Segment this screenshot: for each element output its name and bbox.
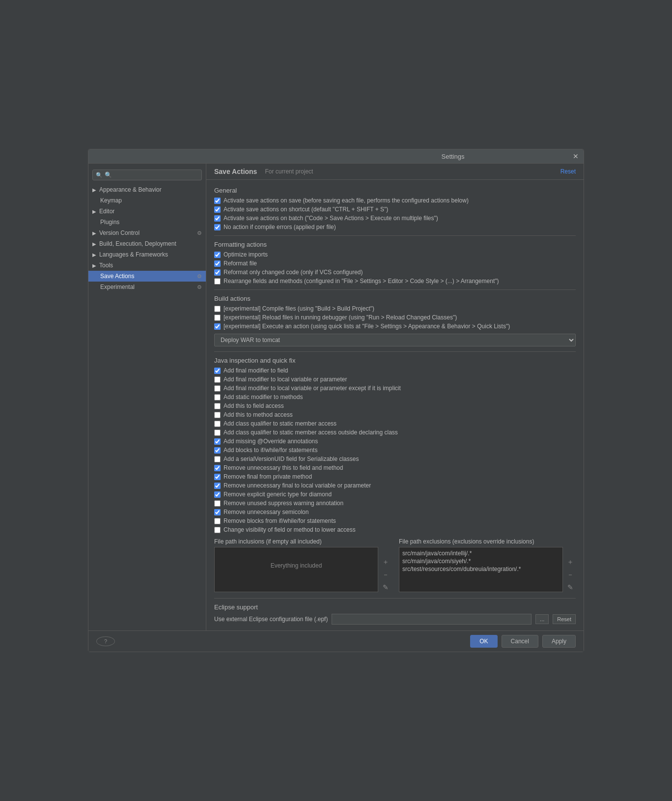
eclipse-reset-button[interactable]: Reset: [553, 614, 576, 624]
edit-exclusion-button[interactable]: ✎: [565, 582, 576, 592]
add-static-checkbox[interactable]: [214, 394, 221, 400]
add-this-method-checkbox[interactable]: [214, 412, 221, 418]
add-final-field-label[interactable]: Add final modifier to field: [224, 367, 288, 374]
add-inclusion-button[interactable]: ＋: [380, 557, 391, 568]
remove-blocks-label[interactable]: Remove blocks from if/while/for statemen…: [224, 517, 336, 524]
sidebar-item-label: Tools: [99, 262, 113, 269]
add-class-qualifier-checkbox[interactable]: [214, 421, 221, 427]
reset-button[interactable]: Reset: [560, 168, 576, 175]
checkbox-activate-save: Activate save actions on save (before sa…: [214, 197, 576, 204]
sidebar-item-keymap[interactable]: Keymap: [88, 195, 206, 206]
ok-button[interactable]: OK: [470, 635, 497, 648]
activate-batch-label[interactable]: Activate save actions on batch ("Code > …: [224, 215, 438, 222]
content-header: Save Actions For current project Reset: [206, 164, 584, 180]
search-box[interactable]: 🔍: [92, 170, 202, 180]
checkbox-optimize-imports: Optimize imports: [214, 251, 576, 258]
remove-unnecessary-semicolon-label[interactable]: Remove unnecessary semicolon: [224, 509, 308, 515]
cancel-button[interactable]: Cancel: [502, 635, 538, 648]
checkbox-activate-batch: Activate save actions on batch ("Code > …: [214, 215, 576, 222]
add-blocks-label[interactable]: Add blocks to if/while/for statements: [224, 447, 317, 454]
add-class-qualifier-outside-label[interactable]: Add class qualifier to static member acc…: [224, 429, 398, 436]
checkbox-reload-files: [experimental] Reload files in running d…: [214, 314, 576, 321]
file-exclusions-items: src/main/java/com/intellij/.* src/main/j…: [399, 547, 562, 575]
activate-shortcut-checkbox[interactable]: [214, 206, 221, 213]
reformat-file-checkbox[interactable]: [214, 260, 221, 267]
add-override-checkbox[interactable]: [214, 438, 221, 445]
remove-final-private-label[interactable]: Remove final from private method: [224, 473, 312, 480]
remove-unnecessary-final-checkbox[interactable]: [214, 483, 221, 489]
reformat-changed-checkbox[interactable]: [214, 269, 221, 276]
sidebar-item-tools[interactable]: ▶ Tools: [88, 260, 206, 271]
execute-action-checkbox[interactable]: [214, 323, 221, 330]
remove-unused-suppress-label[interactable]: Remove unused suppress warning annotatio…: [224, 500, 343, 507]
add-blocks-checkbox[interactable]: [214, 447, 221, 454]
activate-save-checkbox[interactable]: [214, 198, 221, 204]
compile-files-checkbox[interactable]: [214, 306, 221, 312]
apply-button[interactable]: Apply: [542, 635, 576, 648]
remove-unnecessary-this-label[interactable]: Remove unnecessary this to field and met…: [224, 464, 343, 471]
add-class-qualifier-label[interactable]: Add class qualifier to static member acc…: [224, 420, 336, 427]
sidebar-item-build[interactable]: ▶ Build, Execution, Deployment: [88, 238, 206, 249]
sidebar-item-plugins[interactable]: Plugins: [88, 217, 206, 228]
add-this-field-checkbox[interactable]: [214, 403, 221, 409]
reformat-file-label[interactable]: Reformat file: [224, 260, 257, 267]
remove-unnecessary-semicolon-checkbox[interactable]: [214, 509, 221, 515]
add-class-qualifier-outside-checkbox[interactable]: [214, 429, 221, 436]
remove-unused-suppress-checkbox[interactable]: [214, 500, 221, 507]
add-final-local-label[interactable]: Add final modifier to local variable or …: [224, 376, 347, 383]
activate-save-label[interactable]: Activate save actions on save (before sa…: [224, 197, 469, 204]
reload-files-label[interactable]: [experimental] Reload files in running d…: [224, 314, 457, 321]
eclipse-browse-button[interactable]: ...: [535, 614, 549, 624]
cb-add-this-method: Add this to method access: [214, 411, 576, 418]
remove-explicit-generic-label[interactable]: Remove explicit generic type for diamond: [224, 491, 332, 498]
sidebar-item-editor[interactable]: ▶ Editor: [88, 206, 206, 217]
remove-final-private-checkbox[interactable]: [214, 474, 221, 480]
remove-explicit-generic-checkbox[interactable]: [214, 491, 221, 498]
sidebar-item-version-control[interactable]: ▶ Version Control ⚙: [88, 228, 206, 238]
close-button[interactable]: ✕: [573, 152, 579, 160]
remove-exclusion-button[interactable]: －: [565, 570, 576, 580]
remove-inclusion-button[interactable]: －: [380, 570, 391, 580]
help-button[interactable]: ?: [96, 636, 115, 646]
add-serial-checkbox[interactable]: [214, 456, 221, 462]
execute-action-label[interactable]: [experimental] Execute an action (using …: [224, 323, 510, 330]
add-override-label[interactable]: Add missing @Override annotations: [224, 438, 318, 445]
file-paths-section: File path inclusions (if empty all inclu…: [214, 538, 576, 592]
add-final-local-except-checkbox[interactable]: [214, 385, 221, 392]
remove-blocks-checkbox[interactable]: [214, 518, 221, 524]
rearrange-fields-label[interactable]: Rearrange fields and methods (configured…: [224, 278, 499, 285]
optimize-imports-checkbox[interactable]: [214, 252, 221, 258]
activate-shortcut-label[interactable]: Activate save actions on shortcut (defau…: [224, 206, 388, 213]
sidebar-item-experimental[interactable]: Experimental ⚙: [88, 282, 206, 292]
eclipse-row: Use external Eclipse configuration file …: [214, 614, 576, 625]
compile-files-label[interactable]: [experimental] Compile files (using "Bui…: [224, 305, 374, 312]
search-input[interactable]: [105, 172, 198, 178]
change-visibility-checkbox[interactable]: [214, 527, 221, 533]
sidebar-item-save-actions[interactable]: Save Actions ⚙: [88, 271, 206, 282]
rearrange-fields-checkbox[interactable]: [214, 278, 221, 285]
sidebar-item-appearance[interactable]: ▶ Appearance & Behavior: [88, 184, 206, 195]
remove-unnecessary-this-checkbox[interactable]: [214, 465, 221, 471]
content-title: Save Actions: [214, 168, 257, 175]
change-visibility-label[interactable]: Change visibility of field or method to …: [224, 526, 356, 533]
reformat-changed-label[interactable]: Reformat only changed code (only if VCS …: [224, 269, 363, 276]
add-static-label[interactable]: Add static modifier to methods: [224, 394, 303, 400]
activate-batch-checkbox[interactable]: [214, 215, 221, 222]
add-serial-label[interactable]: Add a serialVersionUID field for Seriali…: [224, 456, 359, 462]
optimize-imports-label[interactable]: Optimize imports: [224, 251, 268, 258]
add-this-method-label[interactable]: Add this to method access: [224, 411, 293, 418]
eclipse-input[interactable]: [332, 614, 532, 625]
add-exclusion-button[interactable]: ＋: [565, 557, 576, 568]
remove-unnecessary-final-label[interactable]: Remove unnecessary final to local variab…: [224, 482, 371, 489]
sidebar-item-languages[interactable]: ▶ Languages & Frameworks: [88, 249, 206, 260]
no-action-compile-checkbox[interactable]: [214, 224, 221, 230]
sidebar-item-label: Editor: [99, 208, 114, 215]
add-final-local-checkbox[interactable]: [214, 376, 221, 383]
add-final-field-checkbox[interactable]: [214, 368, 221, 374]
edit-inclusion-button[interactable]: ✎: [380, 582, 391, 592]
action-dropdown[interactable]: Deploy WAR to tomcat: [214, 334, 576, 346]
no-action-compile-label[interactable]: No action if compile errors (applied per…: [224, 224, 336, 230]
add-this-field-label[interactable]: Add this to field access: [224, 402, 284, 409]
reload-files-checkbox[interactable]: [214, 315, 221, 321]
add-final-local-except-label[interactable]: Add final modifier to local variable or …: [224, 385, 401, 392]
